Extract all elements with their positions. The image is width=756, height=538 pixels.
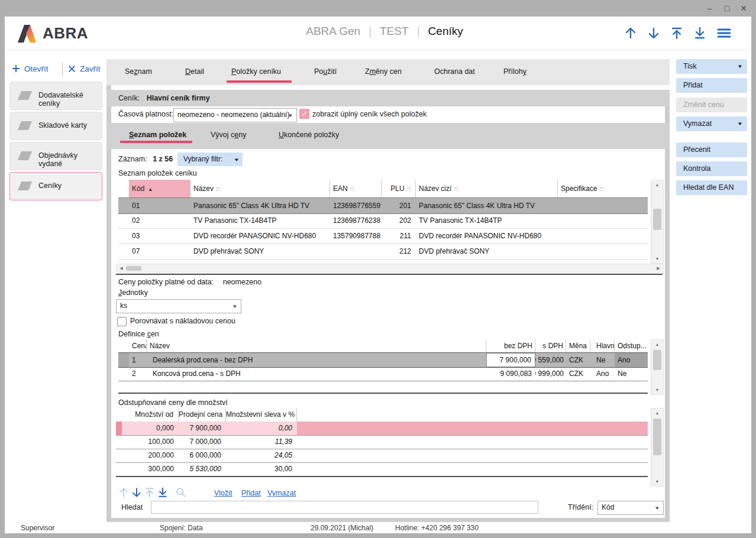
- add-link[interactable]: Přidat: [241, 489, 261, 497]
- table-row[interactable]: 1 Dealerská prod.cena - bez DPH 7 900,00…: [118, 352, 648, 368]
- cell-kod[interactable]: 02: [129, 213, 190, 228]
- quantity-prices-scrollbar[interactable]: ▲ ▼: [651, 408, 664, 487]
- print-button[interactable]: Tisk▼: [676, 59, 747, 74]
- cell-sleva[interactable]: 30,00: [226, 462, 297, 476]
- row-marker[interactable]: [116, 449, 122, 462]
- column-header-specifikace[interactable]: Specifikace□: [558, 180, 648, 197]
- compare-cost-checkbox[interactable]: [117, 317, 127, 326]
- cell-bez-dph[interactable]: 9 090,083: [486, 367, 535, 381]
- find-by-ean-button[interactable]: Hledat dle EAN: [676, 180, 747, 195]
- close-x-icon[interactable]: [67, 64, 76, 73]
- insert-link[interactable]: Vložit: [214, 489, 232, 497]
- cell-plu[interactable]: 211: [382, 228, 416, 244]
- sidebar-item-skladove-karty[interactable]: Skladové karty: [9, 112, 102, 140]
- column-header-mnozstvi-od[interactable]: Množství od: [122, 408, 179, 422]
- show-full-pricelist-checkbox[interactable]: ✓: [299, 109, 309, 119]
- tab-polozky-ceniku[interactable]: Položky ceníku: [231, 67, 281, 76]
- scrollbar-thumb[interactable]: [653, 350, 661, 370]
- cell-plu[interactable]: 201: [382, 198, 416, 213]
- price-definitions-scrollbar[interactable]: ▲ ▼: [651, 339, 664, 395]
- cell-prodejni-cena[interactable]: 7 000,000: [179, 435, 226, 449]
- tab-zmeny-cen[interactable]: Změny cen: [365, 67, 402, 76]
- cell-kod[interactable]: 07: [129, 244, 190, 259]
- scroll-up-icon[interactable]: ▲: [651, 342, 663, 346]
- table-row[interactable]: 0,000 7 900,000 0,00: [116, 422, 648, 436]
- cell-mena[interactable]: CZK: [566, 353, 590, 367]
- sidebar-item-objednavky-vydane[interactable]: Objednávky vydané: [9, 142, 102, 170]
- arrow-up-icon[interactable]: [623, 26, 638, 40]
- cell-specifikace[interactable]: [558, 198, 648, 213]
- scroll-up-icon[interactable]: ▲: [651, 183, 663, 187]
- minimize-icon[interactable]: –: [703, 2, 716, 15]
- cell-mnozstvi-od[interactable]: 100,000: [122, 435, 179, 449]
- check-button[interactable]: Kontrola: [676, 161, 747, 176]
- column-header-bez-dph[interactable]: bez DPH: [486, 339, 535, 352]
- scrollbar-thumb[interactable]: [126, 266, 141, 271]
- delete-link[interactable]: Vymazat: [267, 489, 296, 497]
- arrow-last-icon[interactable]: [693, 26, 707, 40]
- cell-nazev-cizi[interactable]: TV Panasonic TX-14B4TP: [416, 213, 558, 228]
- cell-nazev-cizi[interactable]: DVD přehrávač SONY: [416, 244, 558, 259]
- cell-nazev[interactable]: DVD přehrávač SONY: [190, 244, 330, 259]
- scroll-down-icon[interactable]: ▼: [651, 388, 663, 392]
- column-header-nazev[interactable]: Název: [147, 339, 486, 352]
- cell-mnozstvi-od[interactable]: 200,000: [122, 449, 179, 462]
- row-gutter[interactable]: [118, 367, 129, 381]
- tab-prilohy[interactable]: Přílohy: [503, 67, 526, 76]
- cell-sleva[interactable]: 24,05: [226, 449, 297, 462]
- close-button[interactable]: Zavřít: [80, 64, 101, 73]
- items-table-hscrollbar[interactable]: ◀ ▶: [116, 264, 664, 274]
- row-marker[interactable]: [116, 422, 122, 435]
- reprice-button[interactable]: Přecenit: [676, 142, 747, 157]
- cell-mena[interactable]: CZK: [566, 367, 590, 381]
- table-row[interactable]: 200,000 6 000,000 24,05: [116, 449, 648, 463]
- row-gutter[interactable]: [118, 244, 129, 259]
- row-filler[interactable]: [297, 462, 648, 476]
- row-gutter[interactable]: [118, 353, 129, 367]
- cell-plu[interactable]: 212: [382, 244, 416, 259]
- cell-nazev-cizi[interactable]: Panasonic 65" Class 4K Ultra HD TV: [416, 198, 558, 213]
- open-button[interactable]: Otevřít: [24, 64, 49, 73]
- table-row[interactable]: 03 DVD recordér PANASONIC NV-HD680 13579…: [118, 228, 648, 244]
- arrow-down-icon[interactable]: [131, 487, 143, 498]
- delete-button[interactable]: Vymazat▼: [676, 116, 747, 131]
- cell-prodejni-cena[interactable]: 6 000,000: [179, 449, 226, 462]
- tab-detail[interactable]: Detail: [185, 67, 204, 76]
- cell-nazev-cizi[interactable]: DVD recordér PANASONIC NV-HD680: [416, 228, 558, 244]
- column-header-nazev[interactable]: Název□: [190, 180, 330, 197]
- cell-sleva[interactable]: 0,00: [226, 422, 297, 435]
- cell-kod[interactable]: 01: [129, 198, 190, 213]
- sort-dropdown[interactable]: Kód ▼: [597, 501, 664, 515]
- row-marker[interactable]: [116, 435, 122, 449]
- arrow-first-icon[interactable]: [144, 487, 156, 498]
- subtab-ukoncene-polozky[interactable]: Ukončené položky: [279, 131, 339, 139]
- sidebar-item-dodavatelske-ceniky[interactable]: Dodavatelské ceníky: [9, 82, 102, 110]
- row-filler[interactable]: [297, 435, 648, 449]
- row-filler[interactable]: [297, 422, 648, 435]
- table-row[interactable]: 100,000 7 000,000 11,39: [116, 435, 648, 449]
- column-header-mena[interactable]: Měna: [566, 339, 590, 352]
- add-button[interactable]: Přidat: [676, 78, 747, 93]
- cell-ean[interactable]: 123698776238: [330, 213, 382, 228]
- plus-icon[interactable]: [11, 63, 21, 74]
- cell-cena[interactable]: 1: [129, 353, 147, 367]
- cell-bez-dph-edit[interactable]: 7 900,000: [486, 353, 535, 367]
- cell-prodejni-cena[interactable]: 7 900,000: [179, 422, 226, 435]
- cell-cena[interactable]: 2: [129, 367, 147, 381]
- cell-kod[interactable]: 03: [129, 228, 190, 244]
- subtab-vyvoj-ceny[interactable]: Vývoj ceny: [211, 131, 246, 139]
- table-row[interactable]: 07 DVD přehrávač SONY 212 DVD přehrávač …: [118, 244, 648, 260]
- subtab-seznam-polozek[interactable]: Seznam položek: [129, 131, 186, 139]
- column-header-plu[interactable]: PLU□: [382, 180, 416, 197]
- tab-seznam[interactable]: Seznam: [125, 67, 152, 76]
- cell-s-dph[interactable]: 9 559,000: [535, 353, 566, 367]
- scroll-left-icon[interactable]: ◀: [118, 266, 125, 271]
- items-table-scrollbar[interactable]: ▲ ▼: [651, 180, 664, 264]
- cell-nazev[interactable]: Koncová prod.cena - s DPH: [147, 367, 486, 381]
- cell-specifikace[interactable]: [558, 213, 648, 228]
- column-header-sleva[interactable]: Množstevní sleva v %: [226, 408, 297, 422]
- cell-nazev[interactable]: Dealerská prod.cena - bez DPH: [147, 353, 486, 367]
- cell-odstup[interactable]: Ne: [615, 367, 648, 381]
- tab-pouziti[interactable]: Použití: [314, 67, 337, 76]
- column-header-nazev-cizi[interactable]: Název cizí□: [416, 180, 558, 197]
